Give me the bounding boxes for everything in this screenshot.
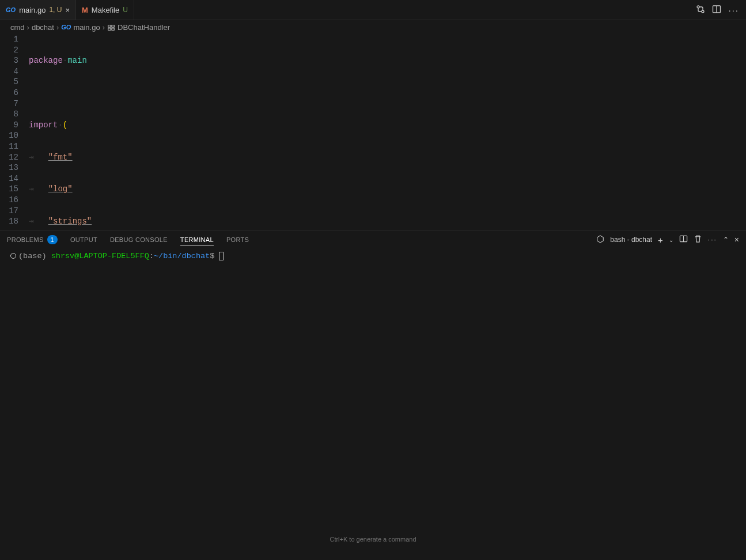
svg-rect-4	[108, 25, 111, 27]
command-suggest-hint: Ctrl+K to generate a command	[0, 536, 746, 543]
svg-rect-6	[108, 28, 111, 31]
more-actions-icon[interactable]: ···	[708, 236, 717, 244]
chevron-right-icon: ›	[27, 23, 29, 32]
breadcrumb-seg[interactable]: DBChatHandler	[118, 23, 170, 32]
tab-main-go[interactable]: GO main.go 1, U ×	[0, 0, 76, 20]
close-panel-icon[interactable]: ×	[734, 235, 739, 244]
tab-status: U	[123, 6, 128, 14]
tab-filename: Makefile	[92, 6, 119, 14]
svg-point-1	[702, 10, 704, 13]
kill-terminal-icon[interactable]	[694, 234, 702, 245]
svg-rect-5	[112, 25, 114, 27]
more-actions-icon[interactable]: ···	[728, 5, 739, 15]
terminal-cursor	[219, 252, 224, 260]
chevron-right-icon: ›	[56, 23, 59, 32]
breadcrumb-seg[interactable]: cmd	[10, 23, 25, 32]
symbol-struct-icon	[107, 22, 115, 32]
compare-changes-icon[interactable]	[696, 5, 705, 16]
tab-ports[interactable]: PORTS	[226, 236, 249, 243]
close-icon[interactable]: ×	[65, 6, 70, 14]
split-editor-icon[interactable]	[712, 5, 721, 16]
svg-point-0	[697, 6, 699, 8]
breadcrumb[interactable]: cmd › dbchat › GO main.go › DBChatHandle…	[0, 20, 746, 34]
tab-output[interactable]: OUTPUT	[70, 236, 97, 243]
go-file-icon: GO	[6, 6, 16, 13]
tab-makefile[interactable]: M Makefile U	[76, 0, 134, 20]
problems-count-badge: 1	[47, 235, 58, 244]
terminal[interactable]: (base) shrsv@LAPTOP-FDEL5FFQ:~/bin/dbcha…	[0, 249, 746, 560]
makefile-icon: M	[82, 6, 88, 14]
breadcrumb-seg[interactable]: dbchat	[32, 23, 54, 32]
bash-shell-icon	[596, 235, 604, 245]
tab-terminal[interactable]: TERMINAL	[180, 236, 214, 245]
tab-problems[interactable]: PROBLEMS 1	[7, 235, 58, 244]
svg-rect-7	[112, 28, 114, 31]
chevron-down-icon[interactable]: ⌄	[669, 237, 673, 243]
editor-tabs: GO main.go 1, U × M Makefile U ···	[0, 0, 746, 20]
go-file-icon: GO	[61, 24, 71, 31]
line-gutter: 123456789 101112131415161718	[0, 34, 29, 230]
panel-tabs: PROBLEMS 1 OUTPUT DEBUG CONSOLE TERMINAL…	[0, 230, 746, 249]
chevron-right-icon: ›	[103, 23, 105, 32]
maximize-panel-icon[interactable]: ⌃	[723, 236, 729, 244]
breadcrumb-seg[interactable]: main.go	[73, 23, 100, 32]
split-terminal-icon[interactable]	[679, 234, 688, 245]
tab-filename: main.go	[19, 6, 46, 14]
prompt-indicator-icon	[10, 253, 16, 259]
tab-status: 1, U	[49, 6, 62, 14]
terminal-shell-label[interactable]: bash - dbchat	[610, 236, 652, 244]
new-terminal-icon[interactable]: +	[658, 235, 663, 245]
tab-debug-console[interactable]: DEBUG CONSOLE	[110, 236, 168, 243]
code-editor[interactable]: 123456789 101112131415161718 package·mai…	[0, 34, 746, 230]
code-content[interactable]: package·main import·( ⇥ "fmt" ⇥ "log" ⇥ …	[29, 34, 746, 230]
